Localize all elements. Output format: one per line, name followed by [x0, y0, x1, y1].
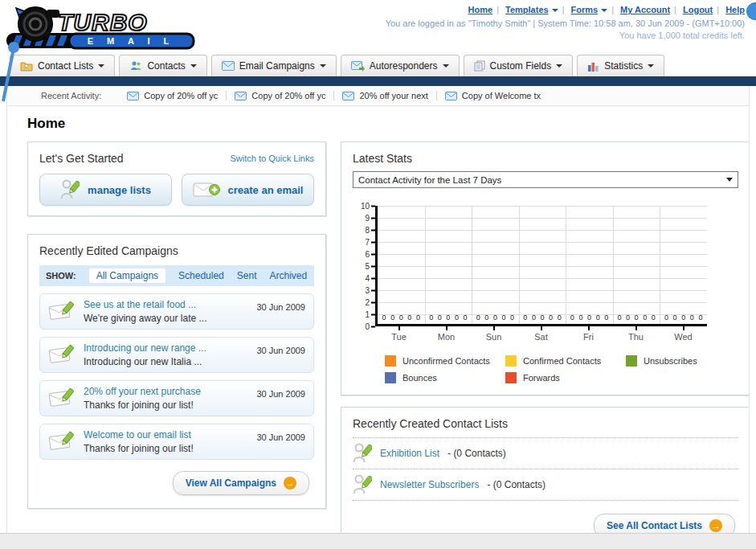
contact-list-row[interactable]: Newsletter Subscribers - (0 Contacts) [353, 469, 738, 501]
campaign-edit-icon [48, 301, 76, 322]
contact-list-edit-icon [353, 474, 372, 495]
recently-created-lists-panel: Recently Created Contact Lists Exhibitio… [341, 407, 750, 533]
tab-email-campaigns[interactable]: Email Campaigns [211, 55, 337, 76]
campaign-subtitle: We're giving away our late ... [84, 313, 248, 324]
nav-home-link[interactable]: Home [468, 5, 493, 14]
recent-activity-bar: Recent Activity: Copy of 20% off yc Copy… [7, 86, 749, 106]
recent-activity-item[interactable]: Copy of 20% off yc [119, 91, 227, 100]
page-footer-strip [0, 533, 756, 549]
nav-templates-link[interactable]: Templates [505, 5, 558, 14]
chart-legend: Unconfirmed Contacts Confirmed Contacts … [385, 355, 738, 383]
campaign-row[interactable]: Introducing our new range ... Introducin… [39, 337, 314, 373]
legend-swatch [505, 372, 517, 383]
tab-contacts[interactable]: Contacts [119, 55, 206, 76]
latest-stats-title: Latest Stats [353, 152, 738, 165]
contact-list-row[interactable]: Exhibition List - (0 Contacts) [353, 438, 738, 469]
filter-all-campaigns[interactable]: All Campaigns [89, 268, 166, 283]
campaign-title[interactable]: See us at the retail food ... [84, 299, 248, 310]
logo-turbo-text: TURBO [58, 9, 148, 35]
contact-lists-title: Recently Created Contact Lists [353, 417, 738, 430]
contacts-icon [129, 60, 142, 72]
chevron-down-icon [320, 64, 326, 68]
contact-list-count: - (0 Contacts) [447, 448, 506, 459]
campaign-date: 30 Jun 2009 [256, 389, 305, 399]
nav-separator [674, 5, 676, 14]
manage-lists-button[interactable]: manage lists [39, 174, 172, 206]
legend-item: Unconfirmed Contacts [385, 355, 505, 367]
campaign-subtitle: Introducing our new Italia ... [84, 356, 248, 367]
arrow-circle-icon: → [284, 477, 296, 490]
email-campaigns-icon [222, 61, 235, 71]
page-body: Recent Activity: Copy of 20% off yc Copy… [6, 86, 750, 533]
tab-autoresponders[interactable]: Autoresponders [341, 55, 460, 76]
nav-help-link[interactable]: Help [725, 5, 745, 14]
nav-separator [497, 5, 499, 14]
envelope-icon [342, 92, 354, 100]
campaigns-panel-title: Recently Edited Campaigns [39, 244, 314, 257]
navy-divider-bar [0, 76, 756, 86]
turbo-email-logo: E M A I L TURBO [5, 3, 198, 55]
nav-separator [717, 5, 719, 14]
campaign-date: 30 Jun 2009 [256, 302, 305, 312]
tab-label: Autoresponders [370, 60, 438, 72]
custom-fields-icon [474, 60, 485, 72]
create-email-icon [193, 181, 220, 199]
legend-swatch [505, 355, 517, 367]
tab-contact-lists[interactable]: Contact Lists [10, 55, 115, 76]
chevron-down-icon [190, 64, 197, 68]
campaign-row[interactable]: 20% off your next purchase Thanks for jo… [39, 380, 314, 416]
campaign-title[interactable]: 20% off your next purchase [84, 386, 248, 397]
recent-activity-item[interactable]: Copy of Welcome tx [437, 91, 549, 100]
nav-forms-link[interactable]: Forms [571, 5, 608, 14]
view-all-campaigns-button[interactable]: View All Campaigns → [173, 471, 309, 495]
chevron-down-icon [443, 64, 449, 68]
recently-edited-campaigns-panel: Recently Edited Campaigns SHOW: All Camp… [27, 234, 326, 509]
contact-list-name[interactable]: Newsletter Subscribers [380, 479, 479, 490]
tab-statistics[interactable]: Statistics [577, 55, 664, 76]
campaign-subtitle: Thanks for joining our list! [84, 443, 248, 454]
chevron-down-icon [552, 9, 558, 12]
create-email-button[interactable]: create an email [182, 174, 314, 206]
contact-list-count: - (0 Contacts) [487, 479, 546, 490]
campaign-title[interactable]: Welcome to our email list [84, 429, 248, 440]
recent-activity-item[interactable]: Copy of 20% off yc [227, 91, 334, 100]
legend-swatch [626, 355, 637, 367]
campaign-date: 30 Jun 2009 [256, 432, 305, 442]
logo-email-text: E M A I L [88, 36, 175, 46]
nav-logout-link[interactable]: Logout [683, 5, 713, 14]
nav-separator [562, 5, 565, 14]
tab-label: Contact Lists [38, 60, 93, 72]
tab-label: Contacts [147, 60, 185, 72]
help-bubble-icon[interactable] [746, 2, 756, 20]
chevron-down-icon [601, 9, 607, 12]
nav-separator [611, 5, 614, 14]
tab-custom-fields[interactable]: Custom Fields [464, 55, 574, 76]
show-label: SHOW: [46, 271, 76, 281]
envelope-icon [127, 92, 139, 100]
header: E M A I L TURBO Home Templates Forms My … [0, 0, 756, 53]
campaign-filter-bar: SHOW: All Campaigns Scheduled Sent Archi… [39, 265, 314, 286]
chevron-down-icon [726, 178, 733, 182]
campaign-row[interactable]: See us at the retail food ... We're givi… [39, 293, 314, 330]
legend-swatch [385, 355, 396, 367]
contact-list-name[interactable]: Exhibition List [380, 448, 439, 459]
tab-label: Custom Fields [490, 60, 552, 72]
nav-my-account-link[interactable]: My Account [620, 5, 670, 14]
statistics-icon [587, 61, 599, 72]
stats-period-select[interactable]: Contact Activity for the Last 7 Days [353, 171, 738, 188]
filter-sent[interactable]: Sent [237, 270, 257, 281]
contact-list-edit-icon [353, 443, 372, 464]
filter-scheduled[interactable]: Scheduled [178, 270, 224, 281]
campaign-title[interactable]: Introducing our new range ... [84, 342, 248, 354]
legend-item: Unsubscribes [626, 355, 738, 367]
switch-quick-links-link[interactable]: Switch to Quick Links [230, 154, 314, 163]
legend-item: Forwards [505, 372, 626, 383]
envelope-icon [235, 92, 247, 100]
see-all-contact-lists-button[interactable]: See All Contact Lists → [594, 514, 735, 533]
campaign-row[interactable]: Welcome to our email list Thanks for joi… [39, 424, 314, 460]
arrow-circle-icon: → [709, 519, 722, 532]
filter-archived[interactable]: Archived [269, 270, 307, 281]
campaign-subtitle: Thanks for joining our list! [84, 399, 248, 411]
recent-activity-item[interactable]: 20% off your next [334, 91, 436, 100]
chevron-down-icon [98, 64, 104, 68]
